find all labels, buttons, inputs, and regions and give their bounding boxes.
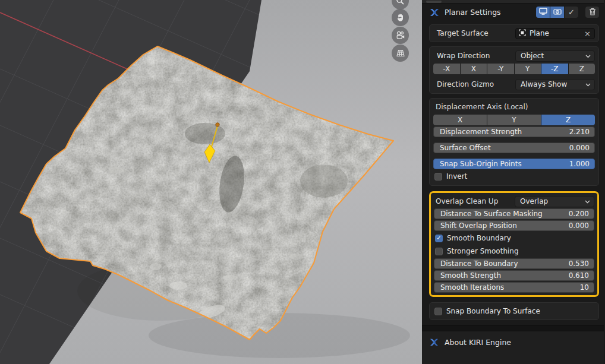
displacement-strength-label: Displacement Strength xyxy=(440,128,569,136)
wrap-direction-label: Wrap Direction xyxy=(433,52,515,60)
surface-offset-value: 0.000 xyxy=(569,144,590,152)
smooth-iterations-label: Smooth Iterations xyxy=(440,283,580,292)
n-panel-sidebar: Planar Settings ✓ xyxy=(422,0,604,364)
viewport-scene xyxy=(0,0,422,364)
wrap-direction-value: Object xyxy=(521,52,585,60)
surface-offset-slider[interactable]: Surface Offset 0.000 xyxy=(433,143,595,153)
target-surface-value: Plane xyxy=(530,29,581,37)
distance-masking-value: 0.200 xyxy=(569,210,589,218)
snap-sub-origin-label: Snap Sub-Origin Points xyxy=(440,160,569,168)
distance-boundary-value: 0.530 xyxy=(569,259,589,268)
overlap-cleanup-box: Overlap Clean Up Overlap Distance To Sur… xyxy=(429,191,599,297)
apply-mode-group: ✓ xyxy=(536,7,578,18)
sidebar-top-strip xyxy=(422,0,604,4)
render-camera-icon xyxy=(553,8,562,17)
delete-button[interactable] xyxy=(585,7,599,18)
viewport-display-toggle[interactable] xyxy=(536,7,550,18)
apply-button[interactable]: ✓ xyxy=(565,7,578,18)
stronger-smoothing-label: Stronger Smoothing xyxy=(447,247,519,255)
snap-sub-origin-slider[interactable]: Snap Sub-Origin Points 1.000 xyxy=(433,159,595,169)
invert-row: Invert xyxy=(433,170,595,182)
grid-perspective-icon xyxy=(396,49,405,57)
stronger-smoothing-checkbox[interactable] xyxy=(435,248,443,255)
disp-axis-y[interactable]: Y xyxy=(487,115,541,125)
displacement-box: Displacement Axis (Local) X Y Z Displace… xyxy=(429,98,599,186)
3d-viewport[interactable] xyxy=(0,0,422,364)
displacement-strength-slider[interactable]: Displacement Strength 2.210 xyxy=(433,126,595,137)
monitor-icon xyxy=(539,8,547,17)
invert-checkbox[interactable] xyxy=(434,173,442,181)
target-surface-box: Target Surface Plane × xyxy=(429,24,599,42)
snap-sub-origin-value: 1.000 xyxy=(569,160,590,168)
direction-gizmo-label: Direction Gizmo xyxy=(433,80,515,88)
mesh-data-icon xyxy=(519,29,526,38)
smooth-iterations-slider[interactable]: Smooth Iterations 10 xyxy=(434,282,594,293)
trash-icon xyxy=(589,8,596,17)
displacement-axis-buttons: X Y Z xyxy=(433,115,595,125)
displacement-axis-title: Displacement Axis (Local) xyxy=(433,102,595,113)
invert-label: Invert xyxy=(446,172,467,181)
wrap-direction-box: Wrap Direction Object -X X -Y Y -Z Z Dir… xyxy=(429,46,599,94)
blender-window: Planar Settings ✓ xyxy=(0,0,605,364)
target-surface-label: Target Surface xyxy=(433,29,515,37)
planar-settings-header[interactable]: Planar Settings ✓ xyxy=(422,4,604,20)
wrap-axis-buttons: -X X -Y Y -Z Z xyxy=(433,64,595,74)
panel-separator xyxy=(422,325,604,331)
overlap-mode-value: Overlap xyxy=(520,197,585,205)
axis-button-negx[interactable]: -X xyxy=(433,64,460,74)
check-icon: ✓ xyxy=(568,8,575,17)
shift-overlap-slider[interactable]: Shift Overlap Position 0.000 xyxy=(434,220,594,231)
snap-boundary-box: Snap Boundary To Surface xyxy=(429,302,599,320)
smooth-boundary-label: Smooth Boundary xyxy=(447,234,511,242)
scrollbar-pill[interactable] xyxy=(426,1,442,3)
axis-button-negz[interactable]: -Z xyxy=(541,64,568,74)
disp-axis-z[interactable]: Z xyxy=(541,115,595,125)
snap-boundary-label: Snap Boundary To Surface xyxy=(446,307,540,315)
panel-title: Planar Settings xyxy=(445,8,501,17)
chevron-down-icon xyxy=(585,52,591,60)
smooth-strength-value: 0.610 xyxy=(569,271,589,280)
about-title: About KIRI Engine xyxy=(445,338,511,347)
clear-target-icon[interactable]: × xyxy=(584,30,591,37)
distance-masking-label: Distance To Surface Masking xyxy=(440,210,569,218)
disp-axis-x[interactable]: X xyxy=(433,115,487,125)
smooth-strength-slider[interactable]: Smooth Strength 0.610 xyxy=(434,270,594,281)
axis-button-x[interactable]: X xyxy=(461,64,487,74)
chevron-down-icon xyxy=(585,80,591,88)
smooth-strength-label: Smooth Strength xyxy=(440,271,569,280)
smooth-boundary-checkbox[interactable] xyxy=(435,235,443,242)
magnifier-icon xyxy=(396,0,405,5)
smooth-iterations-value: 10 xyxy=(580,283,589,292)
wrap-direction-dropdown[interactable]: Object xyxy=(515,50,595,62)
target-surface-field[interactable]: Plane × xyxy=(515,28,595,39)
direction-gizmo-dropdown[interactable]: Always Show xyxy=(515,79,595,90)
distance-boundary-slider[interactable]: Distance To Boundary 0.530 xyxy=(434,258,594,269)
axis-button-z[interactable]: Z xyxy=(569,64,595,74)
shift-overlap-value: 0.000 xyxy=(569,221,589,230)
hand-icon xyxy=(396,13,405,22)
kiri-logo-icon xyxy=(429,337,439,347)
direction-gizmo-value: Always Show xyxy=(521,80,585,88)
snap-boundary-checkbox[interactable] xyxy=(434,308,442,315)
snap-boundary-row: Snap Boundary To Surface xyxy=(433,305,595,317)
about-kiri-panel: About KIRI Engine WE'RE THE CREATORS OF … xyxy=(422,331,604,364)
shift-overlap-label: Shift Overlap Position xyxy=(440,221,569,230)
kiri-logo-icon xyxy=(429,7,440,18)
render-display-toggle[interactable] xyxy=(550,7,564,18)
pan-button[interactable] xyxy=(392,9,409,26)
overlap-cleanup-label: Overlap Clean Up xyxy=(434,197,515,205)
smooth-boundary-row: Smooth Boundary xyxy=(434,232,594,244)
distance-masking-slider[interactable]: Distance To Surface Masking 0.200 xyxy=(434,208,594,219)
about-kiri-header[interactable]: About KIRI Engine xyxy=(422,337,604,347)
surface-offset-label: Surface Offset xyxy=(440,144,569,152)
axis-button-y[interactable]: Y xyxy=(515,64,541,74)
overlap-mode-dropdown[interactable]: Overlap xyxy=(515,196,594,207)
distance-boundary-label: Distance To Boundary xyxy=(440,259,569,268)
chevron-down-icon xyxy=(585,197,590,205)
camera-icon xyxy=(396,31,405,40)
ortho-toggle-button[interactable] xyxy=(392,45,409,62)
stronger-smoothing-row: Stronger Smoothing xyxy=(434,245,594,257)
displacement-strength-value: 2.210 xyxy=(569,128,590,136)
camera-view-button[interactable] xyxy=(392,27,409,44)
axis-button-negy[interactable]: -Y xyxy=(487,64,514,74)
